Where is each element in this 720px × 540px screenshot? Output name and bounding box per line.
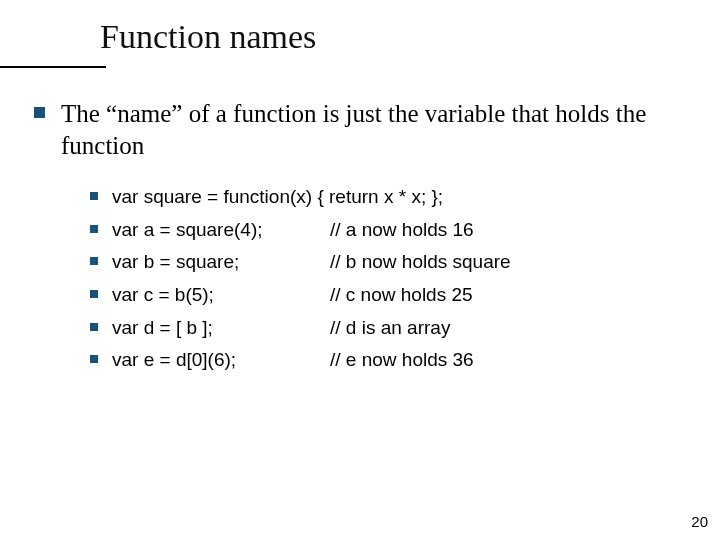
bullet-square-icon — [90, 290, 98, 298]
slide-title: Function names — [100, 18, 720, 56]
bullet-square-icon — [34, 107, 45, 118]
code-line: var square = function(x) { return x * x;… — [112, 184, 443, 210]
code-comment: // b now holds square — [330, 249, 511, 275]
bullet-square-icon — [90, 323, 98, 331]
list-item: var square = function(x) { return x * x;… — [90, 184, 690, 210]
code-text: var d = [ b ]; — [112, 315, 330, 341]
bullet-square-icon — [90, 257, 98, 265]
code-comment: // d is an array — [330, 315, 450, 341]
list-item: var b = square; // b now holds square — [90, 249, 690, 275]
code-comment: // e now holds 36 — [330, 347, 474, 373]
code-text: var b = square; — [112, 249, 330, 275]
title-rule — [0, 66, 106, 68]
code-comment: // a now holds 16 — [330, 217, 474, 243]
bullet-square-icon — [90, 225, 98, 233]
bullet-square-icon — [90, 192, 98, 200]
list-item: var a = square(4); // a now holds 16 — [90, 217, 690, 243]
list-item: var e = d[0](6); // e now holds 36 — [90, 347, 690, 373]
bullet-square-icon — [90, 355, 98, 363]
code-list: var square = function(x) { return x * x;… — [34, 184, 690, 373]
main-bullet-item: The “name” of a function is just the var… — [34, 98, 690, 162]
list-item: var d = [ b ]; // d is an array — [90, 315, 690, 341]
list-item: var c = b(5); // c now holds 25 — [90, 282, 690, 308]
code-comment: // c now holds 25 — [330, 282, 473, 308]
code-text: var a = square(4); — [112, 217, 330, 243]
page-number: 20 — [691, 513, 708, 530]
code-text: var c = b(5); — [112, 282, 330, 308]
code-text: var e = d[0](6); — [112, 347, 330, 373]
main-text: The “name” of a function is just the var… — [61, 98, 690, 162]
